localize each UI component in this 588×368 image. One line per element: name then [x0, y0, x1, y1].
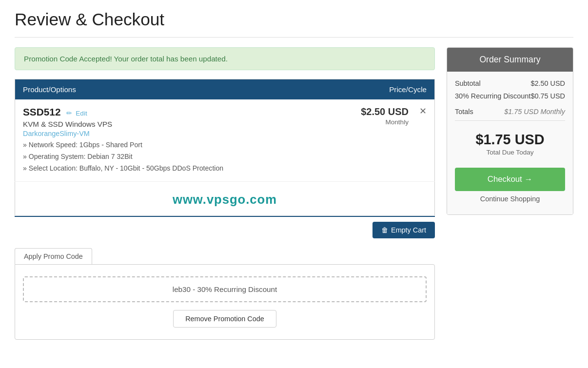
- total-due-section: $1.75 USD Total Due Today: [455, 126, 565, 162]
- continue-shopping-link[interactable]: Continue Shopping: [455, 195, 565, 203]
- totals-label: Totals: [455, 108, 473, 116]
- product-subtitle: KVM & SSD Windows VPS: [23, 120, 312, 128]
- subtotal-label: Subtotal: [455, 79, 481, 87]
- discount-label: 30% Recurring Discount: [455, 92, 530, 100]
- promo-banner: Promotion Code Accepted! Your order tota…: [15, 47, 435, 70]
- watermark-cell: www.vpsgo.com: [15, 181, 435, 215]
- right-column: Order Summary Subtotal $2.50 USD 30% Rec…: [447, 47, 573, 215]
- cart-table-header: Product/Options Price/Cycle: [15, 79, 435, 100]
- order-summary-body: Subtotal $2.50 USD 30% Recurring Discoun…: [447, 72, 573, 214]
- total-due-label: Total Due Today: [455, 149, 565, 156]
- checkout-button[interactable]: Checkout →: [455, 168, 565, 191]
- col-product: Product/Options: [15, 79, 320, 100]
- discount-value: $0.75 USD: [531, 92, 565, 100]
- promo-banner-message: Promotion Code Accepted! Your order tota…: [24, 55, 228, 63]
- main-layout: Promotion Code Accepted! Your order tota…: [15, 47, 573, 340]
- price-cycle: Monthly: [361, 118, 409, 126]
- price-cell: $2.50 USD Monthly ✕: [320, 99, 435, 181]
- remove-promo-button[interactable]: Remove Promotion Code: [173, 310, 276, 328]
- watermark: www.vpsgo.com: [23, 189, 427, 209]
- price-amount: $2.50 USD: [361, 106, 409, 117]
- summary-subtotal-row: Subtotal $2.50 USD: [455, 79, 565, 87]
- title-divider: [15, 37, 573, 38]
- summary-divider: [455, 120, 565, 121]
- col-price: Price/Cycle: [320, 79, 435, 100]
- edit-link[interactable]: ✏ Edit: [66, 109, 87, 117]
- watermark-row: www.vpsgo.com: [15, 181, 435, 215]
- cart-actions-row: 🗑 Empty Cart: [15, 216, 435, 243]
- order-summary: Order Summary Subtotal $2.50 USD 30% Rec…: [447, 47, 573, 215]
- remove-item-button[interactable]: ✕: [413, 106, 427, 116]
- detail-line-1: » Network Speed: 1Gbps - Shared Port: [23, 139, 312, 151]
- promo-code-display: leb30 - 30% Recurring Discount: [23, 276, 427, 302]
- subtotal-value: $2.50 USD: [531, 79, 565, 87]
- totals-value: $1.75 USD Monthly: [504, 108, 565, 116]
- promo-tab-content: leb30 - 30% Recurring Discount Remove Pr…: [15, 264, 435, 340]
- left-column: Promotion Code Accepted! Your order tota…: [15, 47, 435, 340]
- summary-totals-row: Totals $1.75 USD Monthly: [455, 105, 565, 116]
- product-details: » Network Speed: 1Gbps - Shared Port » O…: [23, 139, 312, 174]
- detail-line-3: » Select Location: Buffalo, NY - 10Gbit …: [23, 163, 312, 174]
- pencil-icon: ✏: [66, 110, 72, 117]
- table-row: SSD512 ✏ Edit KVM & SSD Windows VPS Dark…: [15, 99, 435, 181]
- product-name: SSD512: [23, 106, 60, 118]
- page-title: Review & Checkout: [15, 10, 573, 29]
- product-vm-name: DarkorangeSlimy-VM: [23, 130, 312, 137]
- empty-cart-button[interactable]: 🗑 Empty Cart: [372, 222, 435, 238]
- trash-icon: 🗑: [381, 226, 388, 234]
- order-summary-header: Order Summary: [447, 48, 573, 72]
- detail-line-2: » Operating System: Debian 7 32Bit: [23, 151, 312, 163]
- total-due-amount: $1.75 USD: [455, 132, 565, 148]
- promo-tab-section: Apply Promo Code leb30 - 30% Recurring D…: [15, 248, 435, 340]
- promo-tab[interactable]: Apply Promo Code: [15, 248, 92, 264]
- product-cell: SSD512 ✏ Edit KVM & SSD Windows VPS Dark…: [15, 99, 320, 181]
- summary-discount-row: 30% Recurring Discount $0.75 USD: [455, 92, 565, 100]
- cart-table: Product/Options Price/Cycle SSD512 ✏ Edi…: [15, 79, 435, 216]
